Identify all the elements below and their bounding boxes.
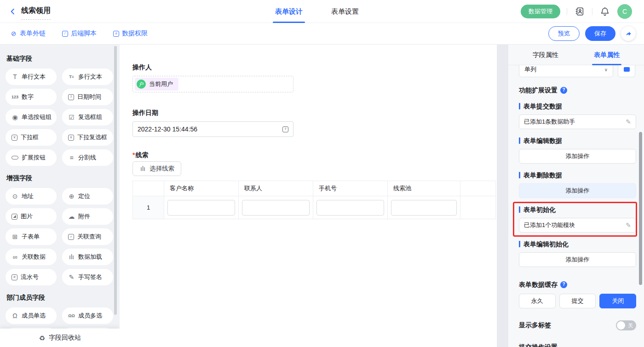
help-icon[interactable] xyxy=(560,281,567,288)
sidebar-field-item[interactable]: ılı数据加载 xyxy=(62,249,113,265)
cell-input[interactable] xyxy=(242,200,310,216)
address-book-icon[interactable] xyxy=(574,6,586,17)
sidebar-field-item[interactable]: ⊕定位 xyxy=(62,188,113,205)
submit-settings-heading: 提交操作设置 xyxy=(519,343,636,347)
field-operator[interactable]: 操作人 户 当前用户 xyxy=(132,63,497,92)
sidebar-scrollbar[interactable] xyxy=(114,46,117,315)
add-action-button[interactable]: 添加操作 xyxy=(519,149,636,164)
table-header-row: 客户名称联系人手机号线索池 xyxy=(133,181,495,196)
field-recycle-bin[interactable]: ♻ 字段回收站 xyxy=(0,329,120,347)
field-operation-date[interactable]: 操作日期 2022-12-30 15:44:56 7 xyxy=(132,108,497,137)
sidebar-field-item[interactable]: ◉单选按钮组 xyxy=(6,109,57,125)
member-icon: Ω xyxy=(12,313,18,319)
sidebar-item-label: 子表单 xyxy=(22,233,40,241)
back-icon[interactable] xyxy=(7,6,18,17)
share-button[interactable] xyxy=(621,26,636,41)
sidebar-field-item[interactable]: ≡分割线 xyxy=(62,149,113,166)
toggle-state: 关 xyxy=(628,322,633,329)
sidebar-field-item[interactable]: Ω成员单选 xyxy=(6,307,57,324)
panel-group: 表单初始化已添加1个功能模块✎ xyxy=(519,205,636,233)
edit-icon[interactable]: ✎ xyxy=(626,118,631,125)
cell-input[interactable] xyxy=(391,200,457,216)
page-title[interactable]: 线索领用 xyxy=(21,6,51,17)
checkbox-icon: ☑ xyxy=(68,114,75,121)
sidebar-field-item[interactable]: ☑复选框组 xyxy=(62,109,113,125)
panel-body: 单列 ∨ 功能扩展设置 表单提交数据已添加1条数据助手✎表单编辑数据添加操作表单… xyxy=(508,65,644,347)
add-action-button[interactable]: 添加操作 xyxy=(519,183,636,198)
button-icon xyxy=(12,156,18,159)
add-action-button[interactable]: 添加操作 xyxy=(519,252,636,267)
sidebar-field-item[interactable]: T单行文本 xyxy=(6,68,57,85)
divider xyxy=(592,8,592,15)
panel-group: 表单编辑初始化添加操作 xyxy=(519,239,636,267)
field-label: 操作日期 xyxy=(132,108,497,117)
tab-form-properties[interactable]: 表单属性 xyxy=(594,45,620,65)
table-header-cell: 联系人 xyxy=(239,181,313,196)
divider xyxy=(567,8,567,15)
panel-group-title: 表单编辑数据 xyxy=(519,136,636,145)
sidebar-field-item[interactable]: T≡多行文本 xyxy=(62,68,113,85)
current-user-tag[interactable]: 户 当前用户 xyxy=(135,78,178,91)
layout-select[interactable]: 单列 ∨ xyxy=(519,65,613,77)
cache-option-button[interactable]: 永久 xyxy=(519,294,556,308)
operator-value-box[interactable]: 户 当前用户 xyxy=(132,76,293,92)
user-avatar[interactable]: C xyxy=(617,4,632,19)
multi-dropdown-icon: ∨ xyxy=(68,135,74,141)
sidebar-field-item[interactable]: ✎手写签名 xyxy=(62,269,113,285)
notification-bell-icon[interactable] xyxy=(599,6,611,17)
panel-group-title: 表单编辑初始化 xyxy=(519,239,636,249)
panel-group: 表单删除数据添加操作 xyxy=(519,171,636,198)
toolbar-link[interactable]: ⊘表单外链 xyxy=(10,29,46,38)
select-clue-button[interactable]: ılı 选择线索 xyxy=(132,161,181,176)
sidebar-field-item[interactable]: 123数字 xyxy=(6,89,57,105)
tab-form-settings[interactable]: 表单设置 xyxy=(331,0,359,23)
sidebar-field-item[interactable]: 扩展按钮 xyxy=(6,149,57,166)
cell-input[interactable] xyxy=(316,200,384,216)
panel-value-text: 已添加1个功能模块 xyxy=(524,221,575,229)
edit-icon[interactable]: ✎ xyxy=(626,222,631,229)
sidebar-field-item[interactable]: ☁附件 xyxy=(62,208,113,225)
sidebar-field-item[interactable]: ΩΩ成员多选 xyxy=(62,307,113,324)
sidebar-section-title: 增强字段 xyxy=(6,174,113,182)
text-icon: T xyxy=(12,74,18,80)
sidebar-field-item[interactable]: ◢图片 xyxy=(6,208,57,225)
panel-value-box[interactable]: 已添加1个功能模块✎ xyxy=(519,218,636,233)
sidebar-field-item[interactable]: ⊙地址 xyxy=(6,188,57,205)
help-icon[interactable] xyxy=(560,87,567,94)
sidebar-item-label: 数据加载 xyxy=(78,253,102,261)
field-clue[interactable]: *线索 ılı 选择线索 客户名称联系人手机号线索池 1 xyxy=(132,151,497,219)
panel-group-title-text: 表单提交数据 xyxy=(523,102,562,111)
cache-option-button[interactable]: 提交 xyxy=(559,294,596,308)
layout-mode-button[interactable] xyxy=(618,65,635,77)
toolbar-link[interactable]: ıl数据权限 xyxy=(113,29,148,38)
save-button[interactable]: 保存 xyxy=(585,26,615,41)
panel-scrollbar[interactable] xyxy=(639,132,642,285)
cell-input[interactable] xyxy=(167,200,235,216)
sidebar-item-label: 日期时间 xyxy=(77,93,101,101)
panel-group-title: 表单提交数据 xyxy=(519,102,636,111)
date-input[interactable]: 2022-12-30 15:44:56 7 xyxy=(132,121,293,137)
table-header-cell: 客户名称 xyxy=(164,181,239,196)
share-arrow-icon xyxy=(625,30,632,37)
related-data-icon: ∞ xyxy=(12,254,18,261)
sidebar-field-item[interactable]: ⌕关联查询 xyxy=(62,228,113,245)
toolbar-link-label: 表单外链 xyxy=(20,29,46,38)
sidebar-field-item[interactable]: ∨下拉框 xyxy=(6,129,57,146)
toolbar-link[interactable]: ∕后端脚本 xyxy=(62,29,97,38)
sidebar-field-item[interactable]: ∞关联数据 xyxy=(6,249,57,265)
preview-button[interactable]: 预览 xyxy=(548,26,580,41)
clipped-layout-row: 单列 ∨ xyxy=(519,65,636,78)
panel-value-box[interactable]: 已添加1条数据助手✎ xyxy=(519,114,636,129)
sidebar-field-item[interactable]: ⊞子表单 xyxy=(6,228,57,245)
cache-option-button[interactable]: 关闭 xyxy=(599,294,636,308)
title-bar-accent xyxy=(519,206,520,213)
tab-form-design[interactable]: 表单设计 xyxy=(275,0,303,23)
tab-field-properties[interactable]: 字段属性 xyxy=(533,45,558,65)
table-input-cell xyxy=(164,196,239,219)
multi-tab-toggle[interactable]: 关 xyxy=(616,320,636,330)
sidebar-field-item[interactable]: 7日期时间 xyxy=(62,89,113,105)
sidebar-field-item[interactable]: #流水号 xyxy=(6,269,57,285)
sidebar-field-item[interactable]: ∨下拉复选框 xyxy=(62,129,113,146)
data-manage-button[interactable]: 数据管理 xyxy=(521,5,560,18)
sidebar-item-label: 单行文本 xyxy=(22,73,46,81)
